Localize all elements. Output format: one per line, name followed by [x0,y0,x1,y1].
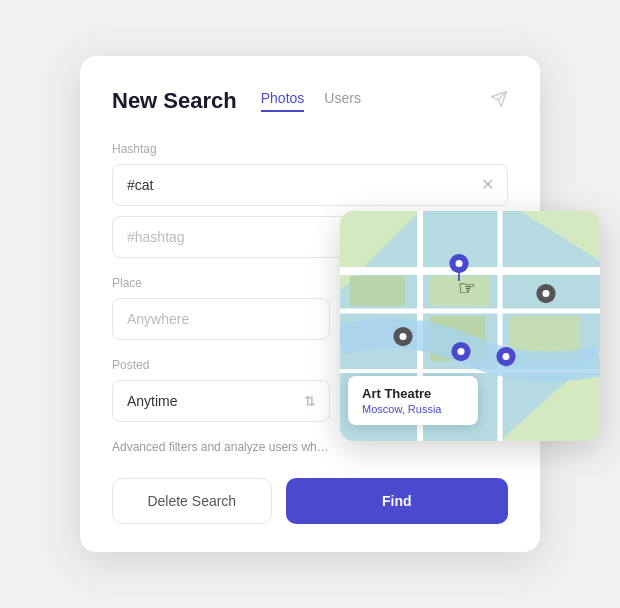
cursor-hand-icon: ☞ [458,276,476,300]
tab-users[interactable]: Users [324,90,361,112]
map-overlay: ☞ Art Theatre Moscow, Russia [340,211,600,441]
advanced-text: Advanced filters and analyze users when … [112,440,330,454]
svg-point-16 [543,290,550,297]
svg-point-14 [456,260,463,267]
hashtag-input-1[interactable] [112,164,508,206]
map-pin-secondary-3[interactable] [450,341,472,369]
footer-buttons: Delete Search Find [112,478,508,524]
map-tooltip-title: Art Theatre [362,386,464,401]
delete-search-button[interactable]: Delete Search [112,478,272,524]
hashtag-input-1-wrap: ✕ [112,164,508,206]
card-header: New Search Photos Users [112,88,508,114]
find-button[interactable]: Find [286,478,508,524]
posted-select-wrap: Anytime Today This week This month This … [112,380,330,422]
place-input[interactable] [112,298,330,340]
map-background: ☞ Art Theatre Moscow, Russia [340,211,600,441]
place-input-wrap [112,298,330,340]
tab-group: Photos Users [261,90,361,112]
tab-photos[interactable]: Photos [261,90,305,112]
main-card: New Search Photos Users Hashtag ✕ + Plac… [80,56,540,552]
posted-select[interactable]: Anytime Today This week This month This … [112,380,330,422]
hashtag-label: Hashtag [112,142,508,156]
svg-point-22 [503,353,510,360]
send-icon[interactable] [490,90,508,113]
map-pin-secondary-4[interactable] [495,346,517,374]
map-tooltip-subtitle: Moscow, Russia [362,403,464,415]
map-tooltip: Art Theatre Moscow, Russia [348,376,478,425]
map-pin-secondary-1[interactable] [535,283,557,311]
svg-point-20 [458,348,465,355]
clear-icon[interactable]: ✕ [481,177,494,193]
map-pin-secondary-2[interactable] [392,326,414,354]
page-title: New Search [112,88,237,114]
svg-rect-12 [350,276,405,306]
svg-point-18 [400,333,407,340]
